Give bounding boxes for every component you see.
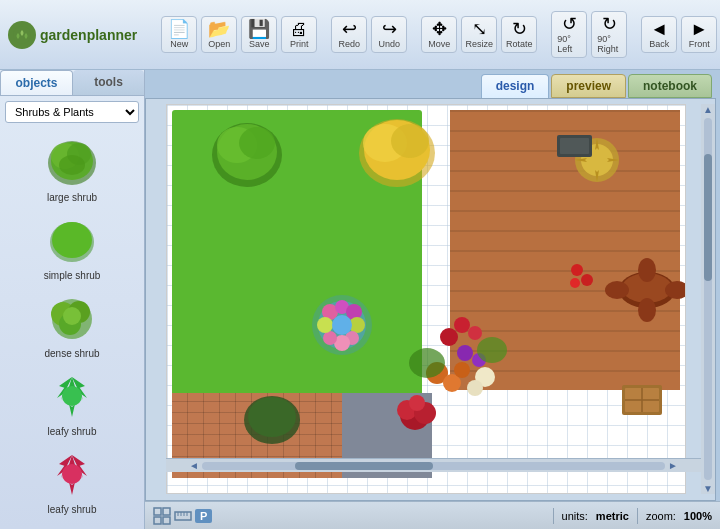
category-dropdown[interactable]: Shrubs & Plants xyxy=(5,101,139,123)
tab-design[interactable]: design xyxy=(481,74,550,98)
resize-label: Resize xyxy=(466,39,494,49)
tab-objects[interactable]: objects xyxy=(0,70,73,95)
scrollbar-track-h[interactable] xyxy=(202,462,665,470)
scrollbar-thumb-h[interactable] xyxy=(295,462,434,470)
plant-label: dense shrub xyxy=(44,348,99,359)
open-icon: 📂 xyxy=(208,20,230,38)
list-item[interactable]: dense shrub xyxy=(17,289,127,362)
svg-point-26 xyxy=(62,464,82,484)
resize-button[interactable]: ⤡ Resize xyxy=(461,16,497,53)
plant-label: leafy shrub xyxy=(48,504,97,515)
svg-rect-96 xyxy=(163,517,170,524)
plant-icon-container xyxy=(40,370,104,424)
redo-button[interactable]: ↪ Undo xyxy=(371,16,407,53)
print-label: Print xyxy=(290,39,309,49)
list-item[interactable]: simple shrub xyxy=(17,211,127,284)
scroll-down-arrow[interactable]: ▼ xyxy=(700,483,716,494)
scroll-right-arrow[interactable]: ► xyxy=(665,460,681,471)
open-button[interactable]: 📂 Open xyxy=(201,16,237,53)
rotate-90-left-icon: ↺ xyxy=(562,15,577,33)
horizontal-scrollbar[interactable]: ◄ ► xyxy=(166,458,701,472)
rotate-90-left-label: 90° Left xyxy=(557,34,581,54)
svg-point-5 xyxy=(59,155,85,175)
ruler-icon xyxy=(174,507,192,525)
undo-label: Redo xyxy=(338,39,360,49)
list-item[interactable]: leafy shrub xyxy=(17,367,127,440)
deck-area xyxy=(450,110,680,390)
list-item[interactable] xyxy=(17,523,127,529)
plant-label: large shrub xyxy=(47,192,97,203)
open-label: Open xyxy=(208,39,230,49)
plant-icon-container xyxy=(40,448,104,502)
move-label: Move xyxy=(428,39,450,49)
scroll-left-arrow[interactable]: ◄ xyxy=(186,460,202,471)
zoom-value: 100% xyxy=(684,510,712,522)
scrollbar-track-v[interactable] xyxy=(704,118,712,480)
move-icon: ✥ xyxy=(432,20,447,38)
canvas-area[interactable]: ▲ ▼ xyxy=(145,98,716,501)
p-badge: P xyxy=(195,509,212,523)
tab-notebook[interactable]: notebook xyxy=(628,74,712,98)
save-label: Save xyxy=(249,39,270,49)
units-label: units: xyxy=(562,510,588,522)
grid-icon-group: P xyxy=(153,507,212,525)
redo-label: Undo xyxy=(378,39,400,49)
new-button[interactable]: 📄 New xyxy=(161,16,197,53)
svg-point-12 xyxy=(63,307,81,325)
redo-icon: ↪ xyxy=(382,20,397,38)
rotate-90-right-button[interactable]: ↻ 90° Right xyxy=(591,11,627,58)
status-bar: P units: metric zoom: 100% xyxy=(145,501,720,529)
print-icon: 🖨 xyxy=(290,20,308,38)
toolbar-header: gardenplanner 📄 New 📂 Open 💾 Save 🖨 Prin… xyxy=(0,0,720,70)
list-item[interactable]: leafy shrub xyxy=(17,445,127,518)
view-tabs: design preview notebook xyxy=(145,70,720,98)
tab-tools[interactable]: tools xyxy=(73,70,144,95)
zoom-label: zoom: xyxy=(646,510,676,522)
svg-point-7 xyxy=(52,222,92,258)
svg-rect-97 xyxy=(175,512,191,520)
front-icon: ► xyxy=(690,20,708,38)
rotate-90-right-label: 90° Right xyxy=(597,34,621,54)
grid-status-icon xyxy=(153,507,171,525)
rotate-90-right-icon: ↻ xyxy=(602,15,617,33)
undo-button[interactable]: ↩ Redo xyxy=(331,16,367,53)
back-button[interactable]: ◄ Back xyxy=(641,16,677,53)
deck-planks xyxy=(450,110,680,390)
divider xyxy=(553,508,554,524)
units-value: metric xyxy=(596,510,629,522)
undo-icon: ↩ xyxy=(342,20,357,38)
move-button[interactable]: ✥ Move xyxy=(421,16,457,53)
right-area: design preview notebook ▲ ▼ xyxy=(145,70,720,529)
svg-rect-93 xyxy=(154,508,161,515)
rotate-90-left-button[interactable]: ↺ 90° Left xyxy=(551,11,587,58)
tab-preview[interactable]: preview xyxy=(551,74,626,98)
resize-icon: ⤡ xyxy=(472,20,487,38)
objects-list: large shrub simple shrub xyxy=(0,128,144,529)
logo-icon xyxy=(8,21,36,49)
new-label: New xyxy=(170,39,188,49)
logo-text: gardenplanner xyxy=(40,27,137,43)
save-button[interactable]: 💾 Save xyxy=(241,16,277,53)
divider2 xyxy=(637,508,638,524)
scrollbar-thumb-v[interactable] xyxy=(704,154,712,281)
app-logo: gardenplanner xyxy=(8,21,137,49)
plant-icon-container xyxy=(40,136,104,190)
left-panel: objects tools Shrubs & Plants xyxy=(0,70,145,529)
scroll-up-arrow[interactable]: ▲ xyxy=(700,104,716,115)
garden-canvas xyxy=(166,104,686,494)
plant-label: simple shrub xyxy=(44,270,101,281)
vertical-scrollbar[interactable]: ▲ ▼ xyxy=(701,104,715,494)
plant-icon-container xyxy=(40,214,104,268)
back-icon: ◄ xyxy=(650,20,668,38)
svg-point-19 xyxy=(62,386,82,406)
category-selector: Shrubs & Plants xyxy=(0,96,144,128)
rotate-button[interactable]: ↻ Rotate xyxy=(501,16,537,53)
panel-tabs: objects tools xyxy=(0,70,144,96)
print-button[interactable]: 🖨 Print xyxy=(281,16,317,53)
svg-rect-94 xyxy=(163,508,170,515)
save-icon: 💾 xyxy=(248,20,270,38)
plant-label: leafy shrub xyxy=(48,426,97,437)
list-item[interactable]: large shrub xyxy=(17,133,127,206)
front-button[interactable]: ► Front xyxy=(681,16,717,53)
rotate-icon: ↻ xyxy=(512,20,527,38)
